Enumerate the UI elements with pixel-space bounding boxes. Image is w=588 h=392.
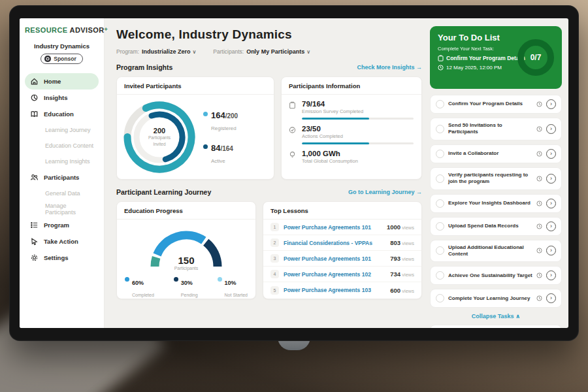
sidebar-item-settings[interactable]: Settings: [25, 250, 99, 266]
todo-next-time: 12 May 2025, 12:00 PM: [446, 65, 502, 71]
task-checkbox[interactable]: [436, 150, 444, 158]
task-row[interactable]: Invite a Collaborator ›: [430, 144, 562, 163]
sidebar-item-home[interactable]: Home: [25, 73, 99, 90]
recent-news-card: Recent News: [430, 325, 562, 328]
task-row[interactable]: Complete Your Learning Journey ›: [430, 289, 562, 308]
sidebar-item-participants[interactable]: Participants: [25, 169, 99, 186]
info-row-consumption: 1,000 GWh Total Global Consumption: [282, 144, 421, 164]
task-go-button[interactable]: ›: [546, 293, 556, 303]
lesson-views: 793: [390, 255, 400, 262]
monitor-bezel: RESOURCE ADVISOR+ Industry Dynamics Spon…: [9, 5, 579, 341]
sidebar-item-education-content[interactable]: Education Content: [25, 138, 99, 154]
clock-icon: [536, 272, 542, 278]
sidebar-item-take-action[interactable]: Take Action: [25, 233, 99, 250]
task-go-button[interactable]: ›: [546, 221, 556, 231]
lesson-row: 4 Power Purchase Agreements 102 734 view…: [263, 267, 421, 282]
task-go-button[interactable]: ›: [546, 124, 556, 134]
info-value: 79/164: [302, 100, 414, 108]
sidebar-item-general-data[interactable]: General Data: [25, 186, 99, 201]
sidebar-item-label: Settings: [44, 254, 68, 261]
link-label: Check More Insights: [357, 64, 414, 71]
task-row[interactable]: Confirm Your Program Details ›: [430, 95, 562, 114]
lesson-rank: 1: [270, 223, 279, 231]
participants-information-card: Participants Information 79/164 Emission…: [281, 76, 422, 180]
task-row[interactable]: Upload Spend Data Records ›: [430, 217, 562, 236]
sidebar-item-program[interactable]: Program: [25, 217, 99, 233]
insights-icon: [30, 93, 39, 102]
logo-secondary: ADVISOR: [70, 26, 105, 34]
task-row[interactable]: Achieve One Sustainability Target ›: [430, 266, 562, 285]
sidebar-item-insights[interactable]: Insights: [25, 90, 99, 106]
app-logo: RESOURCE ADVISOR+: [25, 26, 99, 34]
task-go-button[interactable]: ›: [546, 199, 556, 208]
lesson-views: 1000: [387, 223, 400, 231]
legend-dot: [218, 277, 222, 282]
clock-icon: [536, 295, 542, 301]
legend-dot: [203, 112, 208, 116]
participants-filter-value: Only My Participants: [246, 48, 304, 55]
program-filter-value: Industrialize Zero: [142, 48, 191, 55]
task-row[interactable]: Send 50 Invitations to Participants ›: [430, 118, 562, 140]
todo-progress-ring: 0/7: [517, 39, 554, 76]
task-go-button[interactable]: ›: [546, 246, 556, 255]
info-row-actions: 23/50 Actions Completed: [282, 120, 421, 144]
task-row[interactable]: Verify participants requesting to join t…: [430, 167, 562, 190]
task-row[interactable]: Explore Your Insights Dashboard ›: [430, 194, 562, 213]
chevron-down-icon: ∨: [192, 49, 196, 55]
task-label: Send 50 Invitations to Participants: [448, 122, 532, 136]
task-checkbox[interactable]: [436, 294, 444, 302]
top-lessons-card: Top Lessons 1 Power Purchase Agreements …: [263, 201, 422, 299]
task-go-button[interactable]: ›: [546, 174, 556, 184]
lesson-views: 803: [390, 239, 400, 246]
info-label: Emission Survey Completed: [302, 108, 414, 114]
task-row[interactable]: Upload Additional Educational Content ›: [430, 240, 562, 263]
lesson-title-link[interactable]: Power Purchase Agreements 103: [284, 287, 385, 293]
clock-icon: [536, 248, 542, 253]
participants-filter-label: Participants:: [213, 48, 244, 55]
clipboard-icon: [438, 55, 444, 61]
task-checkbox[interactable]: [436, 199, 444, 208]
task-checkbox[interactable]: [436, 222, 444, 231]
lesson-title-link[interactable]: Power Purchase Agreements 101: [284, 255, 385, 262]
sidebar-item-manage-participants[interactable]: Manage Participants: [25, 201, 99, 217]
program-filter[interactable]: Program:Industrialize Zero∨: [116, 48, 196, 55]
go-to-learning-journey-link[interactable]: Go to Learning Journey →: [348, 189, 422, 195]
lesson-title-link[interactable]: Power Purchase Agreements 102: [284, 271, 385, 278]
donut-center-label: Participants Invited: [148, 135, 171, 148]
task-checkbox[interactable]: [436, 174, 444, 183]
task-go-button[interactable]: ›: [546, 99, 556, 109]
info-value: 1,000 GWh: [302, 150, 414, 157]
task-checkbox[interactable]: [436, 125, 444, 133]
consumption-icon: [288, 150, 297, 159]
sidebar-item-label: General Data: [45, 190, 80, 197]
survey-progress-bar: [302, 118, 414, 120]
lesson-title-link[interactable]: Financial Considerations - VPPAs: [284, 240, 385, 246]
card-title: Invited Participants: [117, 77, 274, 95]
sidebar-item-learning-journey[interactable]: Learning Journey: [25, 122, 99, 138]
task-checkbox[interactable]: [436, 271, 444, 280]
legend-dot: [125, 277, 129, 282]
lesson-views: 734: [390, 270, 400, 278]
check-more-insights-link[interactable]: Check More Insights →: [357, 64, 422, 71]
sidebar-item-education[interactable]: Education: [25, 106, 99, 122]
task-checkbox[interactable]: [436, 100, 444, 108]
task-label: Complete Your Learning Journey: [448, 295, 532, 302]
views-suffix: views: [400, 256, 414, 262]
settings-icon: [30, 253, 39, 262]
legend-value: 164: [211, 110, 225, 120]
sidebar-item-label: Program: [44, 221, 69, 229]
program-icon: [30, 221, 39, 229]
task-checkbox[interactable]: [436, 246, 444, 255]
legend-label: Active: [211, 158, 225, 164]
task-go-button[interactable]: ›: [546, 270, 556, 280]
task-go-button[interactable]: ›: [546, 149, 556, 159]
participants-filter[interactable]: Participants:Only My Participants∨: [213, 48, 310, 55]
sidebar-item-learning-insights[interactable]: Learning Insights: [25, 154, 99, 169]
legend-label: Pending: [181, 293, 198, 297]
legend-not-started: 10%Not Started: [218, 276, 248, 299]
clock-icon: [536, 201, 542, 206]
link-label: Go to Learning Journey: [348, 189, 415, 195]
lesson-title-link[interactable]: Power Purchase Agreements 101: [284, 224, 382, 231]
sidebar-item-label: Education Content: [45, 142, 93, 149]
collapse-tasks-link[interactable]: Collapse Tasks ∧: [430, 313, 562, 319]
